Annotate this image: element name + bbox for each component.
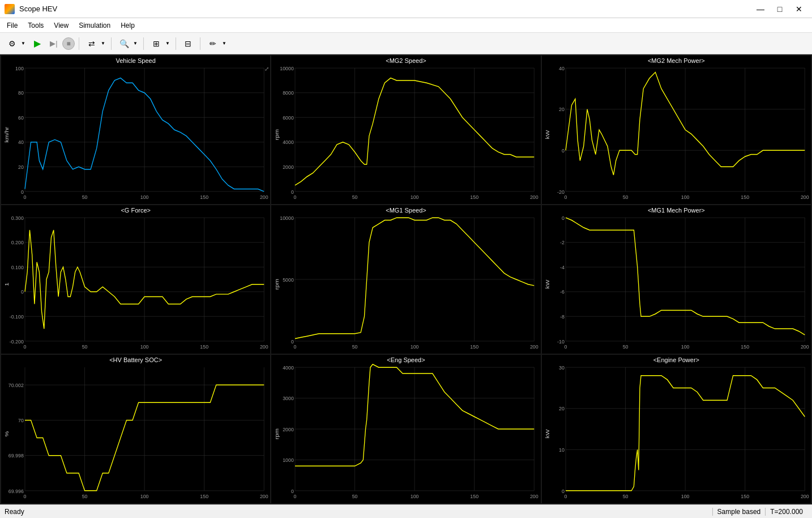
svg-text:200: 200	[260, 344, 268, 350]
chart-area-hv-battery-soc[interactable]: 05010015020069.99669.9987070.002%	[1, 364, 270, 503]
chart-panel-mg1-speed: <MG1 Speed>0501001502000500010000rpm	[271, 205, 540, 354]
chart-area-eng-speed[interactable]: 05010015020001000200030004000rpm	[271, 364, 540, 503]
chart-title-mg1-speed: <MG1 Speed>	[386, 205, 426, 214]
window-title: Scope HEV	[19, 5, 747, 13]
statusbar: Ready Sample based T=200.000	[0, 504, 812, 518]
svg-text:10000: 10000	[280, 215, 294, 221]
svg-text:kW: kW	[544, 280, 550, 289]
toolbar-playback-group: ▶ ▶| ■	[29, 36, 75, 52]
svg-text:0.100: 0.100	[11, 265, 24, 271]
step-button[interactable]: ▶|	[46, 36, 62, 52]
svg-text:-10: -10	[557, 338, 565, 345]
svg-text:-20: -20	[557, 189, 565, 195]
toolbar-transform-group: ⇄ ▼	[83, 35, 107, 52]
svg-text:0: 0	[564, 344, 567, 350]
settings-dropdown[interactable]: ⚙ ▼	[3, 35, 27, 52]
minimize-button[interactable]: —	[752, 3, 769, 15]
settings-dropdown-arrow: ▼	[20, 36, 27, 52]
svg-text:60: 60	[18, 115, 24, 121]
toolbar-zoom-group: 🔍 ▼	[116, 35, 139, 52]
menu-file[interactable]: File	[2, 20, 22, 31]
chart-area-mg1-speed[interactable]: 0501001502000500010000rpm	[271, 214, 540, 354]
toolbar: ⚙ ▼ ▶ ▶| ■ ⇄ ▼ 🔍 ▼ ⊞ ▼ ⊟ ✏	[0, 33, 812, 54]
svg-text:0: 0	[24, 344, 27, 350]
chart-area-vehicle-speed[interactable]: ⤢050100150200020406080100km/hr	[1, 65, 270, 204]
svg-text:%: %	[3, 431, 10, 437]
svg-text:0: 0	[21, 289, 24, 295]
svg-text:-2: -2	[560, 240, 565, 246]
svg-text:200: 200	[530, 494, 539, 500]
zoom-icon: 🔍	[116, 36, 132, 52]
chart-title-eng-speed: <Eng Speed>	[387, 355, 425, 364]
toolbar-sep-5	[200, 37, 200, 50]
sample-based-label: Sample based	[712, 508, 766, 516]
svg-text:200: 200	[530, 194, 539, 201]
chart-title-g-force: <G Force>	[121, 205, 151, 214]
stop-button[interactable]: ■	[62, 37, 75, 50]
transform-dropdown[interactable]: ⇄ ▼	[83, 35, 107, 52]
fit-dropdown[interactable]: ⊞ ▼	[148, 35, 172, 52]
chart-title-mg2-mech-power: <MG2 Mech Power>	[648, 56, 705, 65]
svg-text:rpm: rpm	[273, 279, 280, 290]
svg-text:80: 80	[18, 90, 24, 96]
svg-text:150: 150	[741, 194, 749, 201]
chart-title-mg2-speed: <MG2 Speed>	[386, 56, 426, 65]
svg-text:2000: 2000	[283, 426, 294, 432]
svg-text:50: 50	[352, 194, 358, 201]
svg-text:10: 10	[559, 447, 565, 453]
edit-dropdown[interactable]: ✏ ▼	[204, 35, 228, 52]
chart-svg-vehicle-speed: 050100150200020406080100km/hr	[1, 65, 270, 204]
zoom-dropdown[interactable]: 🔍 ▼	[116, 35, 139, 52]
chart-area-g-force[interactable]: 050100150200-0.200-0.10000.1000.2000.300…	[1, 214, 270, 354]
chart-svg-hv-battery-soc: 05010015020069.99669.9987070.002%	[1, 364, 270, 503]
menu-tools[interactable]: Tools	[23, 20, 48, 31]
chart-svg-eng-speed: 05010015020001000200030004000rpm	[271, 364, 540, 503]
chart-panel-hv-battery-soc: <HV Battery SOC>05010015020069.99669.998…	[1, 355, 270, 503]
chart-svg-engine-power: 0501001502000102030kW	[542, 364, 811, 503]
chart-area-mg2-mech-power[interactable]: 050100150200-2002040kW	[542, 65, 811, 204]
svg-text:0: 0	[24, 194, 27, 201]
run-button[interactable]: ▶	[29, 36, 45, 52]
svg-text:150: 150	[471, 194, 479, 201]
svg-text:30: 30	[559, 364, 565, 371]
svg-text:200: 200	[260, 494, 268, 500]
svg-text:1: 1	[3, 282, 10, 286]
chart-title-mg1-mech-power: <MG1 Mech Power>	[648, 205, 705, 214]
maximize-button[interactable]: □	[771, 3, 788, 15]
svg-text:-6: -6	[560, 289, 565, 295]
menu-view[interactable]: View	[49, 20, 73, 31]
chart-area-engine-power[interactable]: 0501001502000102030kW	[542, 364, 811, 503]
menu-simulation[interactable]: Simulation	[74, 20, 115, 31]
transform-icon: ⇄	[84, 36, 100, 52]
svg-text:150: 150	[200, 194, 208, 201]
chart-maximize-icon[interactable]: ⤢	[264, 66, 269, 72]
svg-text:200: 200	[801, 344, 809, 350]
svg-text:200: 200	[801, 194, 809, 201]
svg-text:-0.200: -0.200	[10, 338, 24, 345]
svg-text:50: 50	[82, 194, 88, 201]
chart-area-mg1-mech-power[interactable]: 050100150200-10-8-6-4-20kW	[542, 214, 811, 354]
svg-text:rpm: rpm	[273, 129, 280, 140]
svg-text:100: 100	[411, 494, 419, 500]
svg-text:100: 100	[140, 494, 149, 500]
layout-button[interactable]: ⊟	[180, 36, 196, 52]
svg-text:4000: 4000	[283, 139, 294, 146]
chart-area-mg2-speed[interactable]: 0501001502000200040006000800010000rpm	[271, 65, 540, 204]
svg-text:100: 100	[411, 194, 419, 201]
settings-icon: ⚙	[4, 36, 20, 52]
svg-text:-8: -8	[560, 314, 565, 320]
svg-text:kW: kW	[544, 130, 550, 139]
chart-panel-mg1-mech-power: <MG1 Mech Power>050100150200-10-8-6-4-20…	[542, 205, 811, 354]
menu-help[interactable]: Help	[116, 20, 139, 31]
svg-text:70: 70	[18, 418, 24, 424]
chart-title-hv-battery-soc: <HV Battery SOC>	[109, 355, 162, 364]
menubar: File Tools View Simulation Help	[0, 18, 812, 33]
svg-text:50: 50	[622, 494, 628, 500]
chart-panel-vehicle-speed: Vehicle Speed⤢050100150200020406080100km…	[1, 56, 270, 204]
svg-text:-0.100: -0.100	[10, 314, 24, 320]
close-button[interactable]: ✕	[790, 3, 807, 15]
svg-text:20: 20	[559, 406, 565, 412]
transform-dropdown-arrow: ▼	[100, 36, 106, 52]
statusbar-right: Sample based T=200.000	[712, 508, 807, 516]
app-icon	[5, 4, 15, 14]
